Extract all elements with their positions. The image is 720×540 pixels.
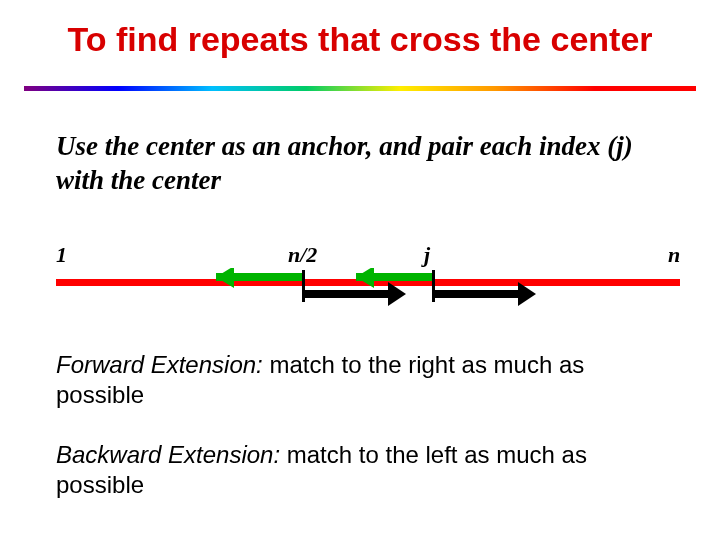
- backward-extension-label: Backward Extension:: [56, 441, 280, 468]
- svg-rect-9: [435, 290, 521, 298]
- axis-label-n: n: [668, 242, 680, 268]
- axis-label-j: j: [424, 242, 430, 268]
- svg-rect-6: [432, 270, 435, 302]
- axis-label-nhalf: n/2: [288, 242, 317, 268]
- extension-diagram: [56, 268, 680, 316]
- rainbow-divider: [24, 86, 696, 91]
- slide-title: To find repeats that cross the center: [0, 20, 720, 59]
- forward-extension-label: Forward Extension:: [56, 351, 263, 378]
- slide: To find repeats that cross the center Us…: [0, 0, 720, 540]
- svg-rect-7: [305, 290, 391, 298]
- backward-extension-text: Backward Extension: match to the left as…: [56, 440, 676, 500]
- slide-subtitle: Use the center as an anchor, and pair ea…: [56, 130, 656, 198]
- forward-extension-text: Forward Extension: match to the right as…: [56, 350, 676, 410]
- axis-label-1: 1: [56, 242, 67, 268]
- svg-rect-5: [302, 270, 305, 302]
